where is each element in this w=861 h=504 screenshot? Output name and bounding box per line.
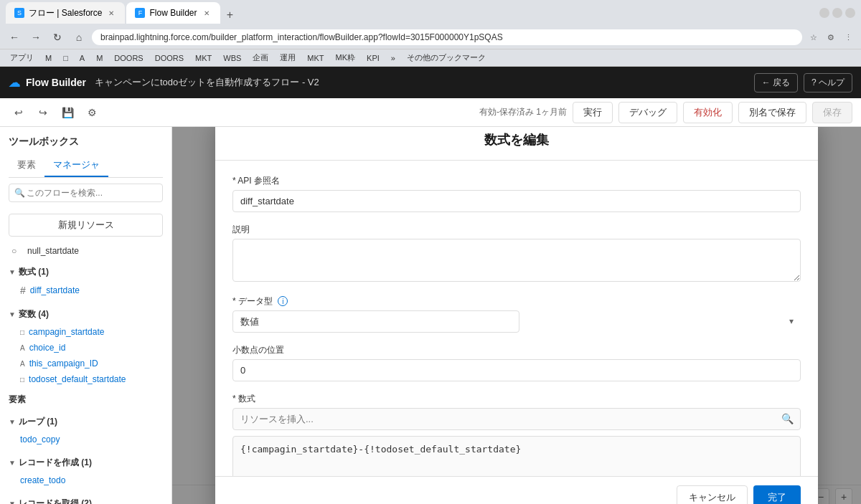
- help-button[interactable]: ? ヘルプ: [804, 73, 852, 92]
- modal-body: * API 参照名 説明 * データ型 i: [215, 161, 818, 476]
- null-startdate-label: null_startdate: [27, 246, 79, 256]
- sidebar-group-loop: ▼ ループ (1) todo_copy: [0, 409, 171, 450]
- forward-button[interactable]: →: [27, 29, 44, 46]
- sidebar-group-variables: ▼ 変数 (4) □ campagin_startdate A choice_i…: [0, 302, 171, 390]
- tab-favicon-1: S: [14, 8, 24, 18]
- toolbar: ↩ ↪ 💾 ⚙ 有効-保存済み 1ヶ月前 実行 デバッグ 有効化 別名で保存 保…: [0, 98, 861, 127]
- sidebar-item-diff-startdate[interactable]: # diff_startdate: [0, 282, 171, 299]
- get-group-header[interactable]: ▼ レコードを取得 (2): [0, 494, 171, 504]
- sidebar-item-campagin-startdate[interactable]: □ campagin_startdate: [0, 324, 171, 340]
- browser-tab-2[interactable]: F Flow Builder ✕: [126, 2, 220, 24]
- bookmark-doors2[interactable]: DOORS: [151, 53, 188, 63]
- bookmark-apps[interactable]: アプリ: [6, 52, 38, 64]
- bookmark-m[interactable]: M: [41, 53, 56, 63]
- extensions-icon[interactable]: ⚙: [824, 30, 838, 44]
- search-input[interactable]: [9, 184, 163, 202]
- campagin-startdate-label: campagin_startdate: [29, 327, 104, 337]
- save-button[interactable]: 保存: [812, 102, 852, 123]
- tab-elements[interactable]: 要素: [9, 154, 44, 177]
- cancel-button[interactable]: キャンセル: [677, 485, 748, 505]
- modal-footer: キャンセル 完了: [215, 476, 818, 505]
- tab-close-1[interactable]: ✕: [106, 8, 116, 18]
- create-group-header[interactable]: ▼ レコードを作成 (1): [0, 453, 171, 472]
- bookmark-wbs[interactable]: WBS: [219, 53, 245, 63]
- sidebar-item-todoset-default-startdate[interactable]: □ todoset_default_startdate: [0, 371, 171, 387]
- description-label: 説明: [232, 224, 801, 236]
- window-minimize[interactable]: [819, 8, 829, 18]
- bookmark-doors1[interactable]: DOORS: [110, 53, 147, 63]
- get-toggle-icon: ▼: [9, 500, 16, 504]
- new-tab-button[interactable]: +: [222, 6, 239, 24]
- undo-button[interactable]: ↩: [9, 103, 29, 123]
- bookmark-mkiki[interactable]: MK粋: [331, 52, 360, 64]
- loop-group-header[interactable]: ▼ ループ (1): [0, 412, 171, 432]
- decimal-input[interactable]: [232, 359, 801, 381]
- done-button[interactable]: 完了: [753, 485, 801, 505]
- flow-title: キャンペーンにtodoゼットを自動作成するフロー - V2: [95, 76, 745, 89]
- diff-startdate-label: diff_startdate: [30, 285, 80, 295]
- modal-overlay: 数式を編集 * API 参照名 説明: [172, 127, 861, 504]
- bookmark-m2[interactable]: M: [92, 53, 107, 63]
- var-icon-2: A: [20, 344, 25, 352]
- home-button[interactable]: ⌂: [70, 29, 88, 46]
- this-campaign-id-label: this_campaign_ID: [29, 358, 98, 369]
- formula-search: 🔍: [232, 408, 801, 430]
- back-button[interactable]: ←: [6, 29, 23, 46]
- top-nav-actions: ← 戻る ? ヘルプ: [754, 73, 852, 92]
- bookmark-other[interactable]: その他のブックマーク: [403, 52, 490, 64]
- window-close[interactable]: [845, 8, 855, 18]
- sidebar-title: ツールボックス: [0, 127, 171, 154]
- main-content: ツールボックス 要素 マネージャ 🔍 新規リソース ○ null_startda…: [0, 127, 861, 504]
- canvas-area: 数式を編集 * API 参照名 説明: [172, 127, 861, 504]
- formula-icon: ○: [11, 246, 23, 256]
- bookmark-more[interactable]: »: [387, 53, 400, 63]
- new-resource-button[interactable]: 新規リソース: [9, 214, 163, 237]
- address-input[interactable]: [92, 29, 802, 45]
- run-button[interactable]: 実行: [573, 102, 613, 123]
- bookmark-d[interactable]: □: [59, 53, 72, 63]
- save-icon-button[interactable]: 💾: [57, 103, 77, 123]
- var-icon-4: □: [20, 376, 24, 384]
- formula-toggle-icon: ▼: [9, 268, 16, 276]
- info-icon[interactable]: i: [278, 296, 288, 306]
- tab-manager[interactable]: マネージャ: [44, 154, 108, 177]
- data-type-select[interactable]: 数値: [232, 310, 519, 333]
- variables-group-label: 変数 (4): [19, 308, 49, 320]
- back-nav-button[interactable]: ← 戻る: [754, 73, 798, 92]
- activate-button[interactable]: 有効化: [683, 102, 733, 123]
- menu-icon[interactable]: ⋮: [841, 30, 855, 44]
- api-name-input[interactable]: [232, 190, 801, 212]
- variables-group-header[interactable]: ▼ 変数 (4): [0, 305, 171, 324]
- formula-resource-input[interactable]: [232, 408, 801, 430]
- reload-button[interactable]: ↻: [49, 29, 66, 46]
- browser-tab-1[interactable]: S フロー | Salesforce ✕: [6, 2, 125, 24]
- sidebar-item-choice-id[interactable]: A choice_id: [0, 340, 171, 356]
- bookmark-mkt2[interactable]: MKT: [303, 53, 328, 63]
- bookmark-ops[interactable]: 運用: [276, 52, 300, 64]
- redo-button[interactable]: ↪: [33, 103, 53, 123]
- bookmark-a[interactable]: A: [75, 53, 89, 63]
- save-as-button[interactable]: 別名で保存: [738, 102, 806, 123]
- data-type-label: * データ型 i: [232, 295, 801, 308]
- debug-button[interactable]: デバッグ: [618, 102, 677, 123]
- description-textarea[interactable]: [232, 239, 801, 282]
- tab-close-2[interactable]: ✕: [202, 8, 212, 18]
- bookmark-icon[interactable]: ☆: [806, 30, 821, 44]
- bookmark-kpi[interactable]: KPI: [362, 53, 384, 63]
- sidebar-item-create-todo[interactable]: create_todo: [0, 472, 171, 488]
- formula-group-header[interactable]: ▼ 数式 (1): [0, 262, 171, 282]
- sidebar-tabs: 要素 マネージャ: [9, 154, 163, 178]
- formula-editor[interactable]: {!campagin_startdate}-{!todoset_default_…: [232, 436, 801, 476]
- settings-button[interactable]: ⚙: [82, 103, 102, 123]
- bookmark-plan[interactable]: 企画: [248, 52, 273, 64]
- bookmark-mkt[interactable]: MKT: [191, 53, 216, 63]
- elements-separator: 要素: [0, 390, 171, 409]
- data-type-select-wrapper: 数値 ▾: [232, 310, 801, 333]
- decimal-label: 小数点の位置: [232, 344, 801, 356]
- sidebar-item-todo-copy[interactable]: todo_copy: [0, 432, 171, 447]
- get-group-label: レコードを取得 (2): [19, 498, 92, 504]
- sidebar-item-null-startdate[interactable]: ○ null_startdate: [0, 242, 171, 260]
- formula-label: * 数式: [232, 393, 801, 405]
- sidebar-item-this-campaign-id[interactable]: A this_campaign_ID: [0, 356, 171, 371]
- window-maximize[interactable]: [832, 8, 842, 18]
